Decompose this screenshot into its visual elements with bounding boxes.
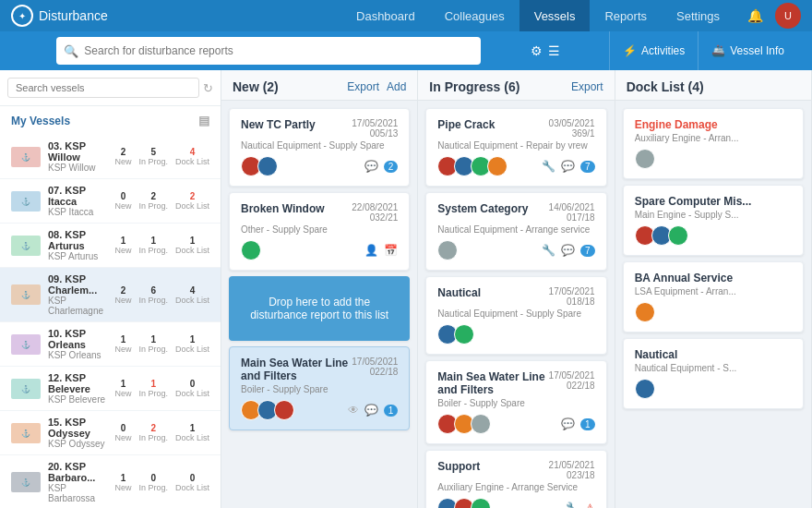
export-ip-btn[interactable]: Export bbox=[571, 80, 603, 93]
filter-vessels-icon[interactable]: ▤ bbox=[198, 114, 209, 127]
vessel-name: 08. KSP Arturus bbox=[48, 229, 107, 251]
stat-dock-val: 1 bbox=[175, 334, 209, 345]
card-new-2-ref: 032/21 bbox=[352, 212, 398, 223]
card-ip-3[interactable]: Nautical 17/05/2021 018/18 Nautical Equi… bbox=[425, 276, 606, 355]
card-new-4-sub: Boiler - Supply Spare bbox=[241, 384, 398, 394]
column-in-progress: In Progress (6) Export Pipe Crack 03/05/… bbox=[418, 70, 615, 508]
logo-icon: ✦ bbox=[11, 5, 33, 27]
vessel-sub: KSP Belevere bbox=[48, 394, 107, 405]
stat-dock-val: 4 bbox=[175, 147, 209, 157]
card-ip-2-sub: Nautical Equipment - Arrange service bbox=[437, 224, 594, 235]
card-new-1[interactable]: New TC Partly 17/05/2021 005/13 Nautical… bbox=[229, 108, 410, 187]
vessel-thumb: ⚓ bbox=[11, 191, 41, 212]
add-new-btn[interactable]: Add bbox=[387, 80, 406, 93]
card-new-2[interactable]: Broken Window 22/08/2021 032/21 Other - … bbox=[229, 192, 410, 271]
vessel-stats: 1 New 1 In Prog. 0 Dock List bbox=[114, 379, 209, 398]
activities-label: Activities bbox=[641, 44, 685, 57]
card-ip-1[interactable]: Pipe Crack 03/05/2021 369/1 Nautical Equ… bbox=[425, 108, 606, 187]
vessel-thumb: ⚓ bbox=[11, 284, 41, 305]
stat-inprog-val: 2 bbox=[138, 191, 168, 201]
stat-new-lbl: New bbox=[114, 433, 131, 442]
refresh-icon[interactable]: ↻ bbox=[203, 81, 213, 95]
stat-dock-lbl: Dock List bbox=[175, 157, 209, 166]
vessel-info: 09. KSP Charlem... KSP Charlemagne bbox=[48, 273, 107, 316]
wrench-icon: 🔧 bbox=[542, 160, 555, 173]
nav-vessels[interactable]: Vessels bbox=[519, 0, 591, 31]
card-new-2-avatars bbox=[241, 240, 257, 260]
column-new-header: New (2) Export Add bbox=[221, 70, 417, 101]
card-dl-4[interactable]: Nautical Nautical Equipment - S... bbox=[623, 338, 804, 409]
vessel-item-07[interactable]: ⚓ 07. KSP Itacca KSP Itacca 0 New 2 In P… bbox=[0, 179, 221, 224]
export-new-btn[interactable]: Export bbox=[347, 80, 379, 93]
vessel-name: 12. KSP Belevere bbox=[48, 372, 107, 394]
vessel-item-12[interactable]: ⚓ 12. KSP Belevere KSP Belevere 1 New 1 … bbox=[0, 367, 221, 411]
drop-zone[interactable]: Drop here to add the disturbance report … bbox=[229, 276, 410, 341]
vessel-thumb: ⚓ bbox=[11, 379, 41, 399]
comment-icon: 💬 bbox=[364, 404, 378, 417]
vessel-item-08[interactable]: ⚓ 08. KSP Arturus KSP Arturus 1 New 1 In… bbox=[0, 224, 221, 268]
vessel-info-btn[interactable]: 🚢 Vessel Info bbox=[698, 31, 797, 70]
vessel-sub: KSP Willow bbox=[48, 163, 107, 173]
vessel-stats: 0 New 2 In Prog. 2 Dock List bbox=[114, 191, 209, 211]
card-new-1-avatars bbox=[241, 156, 274, 176]
avatar bbox=[668, 225, 688, 246]
vessel-sub: KSP Arturus bbox=[48, 251, 107, 261]
card-dl-3[interactable]: BA Annual Service LSA Equipment - Arran.… bbox=[623, 261, 804, 333]
search-wrap: 🔍 bbox=[56, 37, 481, 65]
card-dl-2-sub: Main Engine - Supply S... bbox=[635, 210, 792, 220]
stat-dock-lbl: Dock List bbox=[175, 201, 209, 211]
avatar bbox=[487, 156, 508, 176]
card-ip-5[interactable]: Support 21/05/2021 023/18 Auxiliary Engi… bbox=[425, 450, 606, 508]
vessel-item-03[interactable]: ⚓ 03. KSP Willow KSP Willow 2 New 5 In P… bbox=[0, 135, 221, 179]
card-ip-4-date: 17/05/2021 bbox=[549, 370, 595, 381]
avatar bbox=[241, 240, 261, 260]
vessel-item-20[interactable]: ⚓ 20. KSP Barbaro... KSP Barbarossa 1 Ne… bbox=[0, 455, 221, 508]
comment-count: 7 bbox=[580, 161, 595, 173]
nav-colleagues[interactable]: Colleagues bbox=[430, 0, 519, 31]
card-ip-4[interactable]: Main Sea Water Line and Filters 17/05/20… bbox=[425, 360, 606, 444]
vessel-sub: KSP Charlemagne bbox=[48, 296, 107, 316]
sidebar-search-input[interactable] bbox=[7, 78, 199, 98]
stat-inprog-lbl: In Prog. bbox=[138, 201, 168, 211]
stat-in-prog: 0 In Prog. bbox=[138, 473, 168, 492]
card-new-4[interactable]: Main Sea Water Line and Filters 17/05/20… bbox=[229, 346, 410, 430]
search-input[interactable] bbox=[84, 44, 473, 57]
activities-btn[interactable]: ⚡ Activities bbox=[609, 31, 698, 70]
nav-dashboard[interactable]: Dashboard bbox=[341, 0, 430, 31]
vessel-item-10[interactable]: ⚓ 10. KSP Orleans KSP Orleans 1 New 1 In… bbox=[0, 322, 221, 367]
stat-new: 1 New bbox=[114, 379, 131, 398]
stat-dock-lbl: Dock List bbox=[175, 433, 209, 442]
stat-in-prog: 5 In Prog. bbox=[138, 147, 168, 166]
card-ip-1-sub: Nautical Equipment - Repair by vrew bbox=[437, 140, 594, 151]
card-dl-2[interactable]: Spare Computer Mis... Main Engine - Supp… bbox=[623, 185, 804, 256]
filter-icon[interactable]: ⚙ bbox=[531, 43, 543, 58]
stat-new-val: 1 bbox=[114, 236, 131, 246]
stat-new-lbl: New bbox=[114, 389, 131, 398]
card-new-1-date: 17/05/2021 bbox=[352, 118, 398, 128]
card-ip-2-avatars bbox=[437, 240, 454, 260]
card-ip-2-ref: 017/18 bbox=[549, 212, 595, 223]
card-dl-2-avatars bbox=[635, 225, 685, 246]
vessel-name: 15. KSP Odyssey bbox=[48, 417, 107, 439]
bell-icon[interactable]: 🔔 bbox=[742, 3, 768, 29]
vessel-item-15[interactable]: ⚓ 15. KSP Odyssey KSP Odyssey 0 New 2 In… bbox=[0, 411, 221, 455]
card-dl-1[interactable]: Engine Damage Auxiliary Engine - Arran..… bbox=[623, 108, 804, 179]
vessel-thumb: ⚓ bbox=[11, 334, 41, 355]
comment-count: 1 bbox=[384, 405, 399, 417]
card-ip-4-ref: 022/18 bbox=[549, 381, 595, 391]
menu-icon[interactable]: ☰ bbox=[548, 43, 560, 58]
app-name: Disturbance bbox=[39, 8, 108, 23]
vessel-item-09[interactable]: ⚓ 09. KSP Charlem... KSP Charlemagne 2 N… bbox=[0, 268, 221, 322]
card-ip-2[interactable]: System Category 14/06/2021 017/18 Nautic… bbox=[425, 192, 606, 271]
stat-dock-val: 1 bbox=[175, 236, 209, 246]
card-new-4-ref: 022/18 bbox=[352, 367, 398, 377]
user-avatar[interactable]: U bbox=[775, 3, 801, 29]
card-new-4-title: Main Sea Water Line and Filters bbox=[241, 357, 352, 382]
nav-reports[interactable]: Reports bbox=[590, 0, 662, 31]
my-vessels-label: My Vessels bbox=[11, 115, 70, 127]
card-ip-4-title: Main Sea Water Line and Filters bbox=[437, 370, 548, 396]
svg-text:⚓: ⚓ bbox=[21, 384, 30, 393]
nav-settings[interactable]: Settings bbox=[662, 0, 734, 31]
avatar bbox=[635, 149, 655, 169]
card-ip-5-sub: Auxiliary Engine - Arrange Service bbox=[437, 482, 594, 492]
